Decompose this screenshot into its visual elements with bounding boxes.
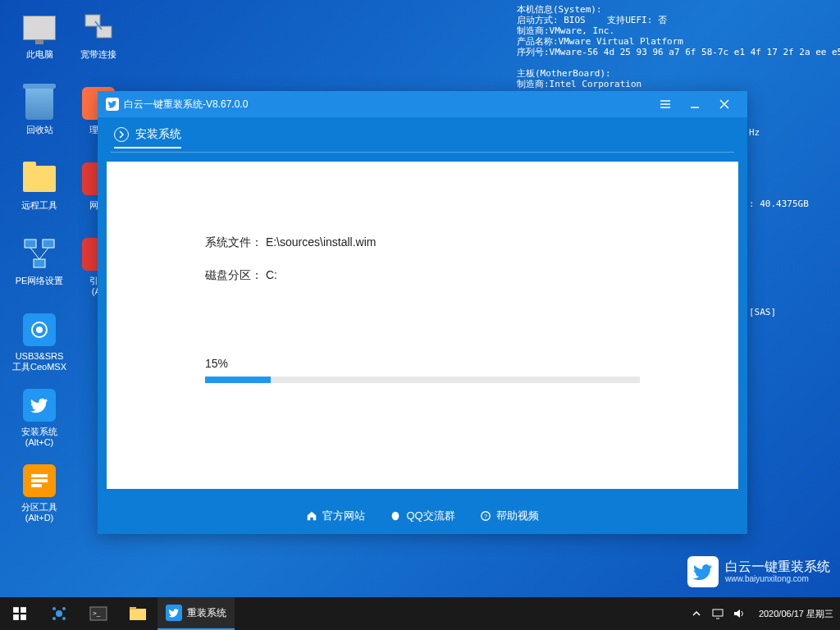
link-help-video[interactable]: ? 帮助视频 [480,509,539,523]
svg-point-26 [56,610,62,617]
partition-row: 磁盘分区： C: [205,268,640,283]
partition-label: 磁盘分区： [205,268,262,281]
taskbar-app-3[interactable] [118,597,158,630]
taskbar-clock[interactable]: 2020/06/17 星期三 [752,609,840,619]
link-label: 官方网站 [322,509,365,523]
installer-window: 白云一键重装系统-V8.67.0.0 安装系统 系统文件： E:\sources… [98,91,747,534]
svg-rect-0 [25,240,36,248]
svg-point-6 [36,326,43,333]
menu-button[interactable] [651,94,680,114]
svg-rect-8 [31,479,48,482]
usb-icon [23,313,56,346]
tray-chevron-icon[interactable] [690,607,703,620]
task-label: 重装系统 [187,606,226,620]
taskbar-task-installer[interactable]: 重装系统 [158,597,235,630]
svg-point-19 [392,512,399,521]
explorer-icon [129,606,147,621]
icon-label: USB3&SRS 工具CeoMSX [12,351,66,372]
svg-line-4 [39,248,48,259]
system-info-hz: Hz [749,127,760,138]
system-info-sas: [SAS] [749,307,776,317]
footer-links: 官方网站 QQ交流群 ? 帮助视频 [98,498,747,534]
minimize-button[interactable] [680,94,710,114]
installer-content: 系统文件： E:\sources\install.wim 磁盘分区： C: 15… [107,162,738,489]
progress-percent: 15% [205,357,640,370]
icon-label: 宽带连接 [80,49,116,60]
help-icon: ? [480,510,491,522]
subheader-title: 安装系统 [135,127,181,142]
watermark-text: 白云一键重装系统 www.baiyunxitong.com [725,559,830,584]
svg-text:?: ? [484,514,487,519]
desktop-icon-install-system[interactable]: 安装系统 (Alt+C) [10,387,69,453]
svg-point-30 [62,617,66,620]
svg-rect-22 [13,607,19,613]
desktop-icon-pe-network[interactable]: PE网络设置 [10,236,69,302]
svg-rect-24 [13,614,19,620]
home-icon [306,510,317,522]
folder-icon [23,166,56,192]
svg-rect-7 [31,474,48,477]
network-icon [21,236,57,272]
svg-rect-1 [43,240,54,248]
qq-icon [390,510,401,522]
taskbar-app-2[interactable]: >_ [79,597,118,630]
svg-rect-9 [31,484,42,487]
desktop-icon-this-pc[interactable]: 此电脑 [10,10,69,75]
start-button[interactable] [0,597,39,630]
partition-icon [23,464,56,497]
desktop-icon-recycle-bin[interactable]: 回收站 [10,85,69,151]
system-file-row: 系统文件： E:\sources\install.wim [205,235,640,250]
window-title: 白云一键重装系统-V8.67.0.0 [124,98,248,112]
watermark: 白云一键重装系统 www.baiyunxitong.com [687,556,830,587]
icon-label: 回收站 [26,125,53,135]
svg-point-27 [52,607,56,610]
icon-label: 远程工具 [21,200,57,211]
progress-bar [205,377,640,383]
tray-volume-icon[interactable] [733,607,746,620]
svg-text:>_: >_ [93,609,101,617]
svg-rect-33 [130,609,146,620]
file-value: E:\sources\install.wim [266,235,377,249]
desktop-icon-remote-tools[interactable]: 远程工具 [10,161,69,226]
icon-label: 分区工具 (Alt+D) [21,502,57,523]
desktop-icon-broadband[interactable]: 宽带连接 [69,10,128,75]
icon-label: 安装系统 (Alt+C) [21,427,57,448]
svg-rect-11 [97,26,112,38]
subheader: 安装系统 [98,117,747,152]
progress-area: 15% [205,357,640,383]
svg-marker-37 [734,609,740,618]
svg-point-29 [52,617,56,620]
app-icon [106,98,119,111]
svg-point-28 [62,607,66,610]
watermark-icon [687,556,719,587]
taskbar: >_ 重装系统 2020/06/17 星期三 [0,597,840,630]
partition-value: C: [266,268,277,281]
bin-icon [25,87,53,120]
svg-line-3 [30,248,39,259]
tray-pc-icon[interactable] [711,607,724,620]
taskbar-app-1[interactable] [39,597,79,630]
svg-rect-34 [130,607,136,609]
icon-label: PE网络设置 [16,276,64,286]
link-label: QQ交流群 [406,509,454,523]
titlebar[interactable]: 白云一键重装系统-V8.67.0.0 [98,91,747,117]
install-icon [23,389,56,422]
system-info-text: 本机信息(System): 启动方式: BIOS 支持UEFI: 否 制造商:V… [517,4,840,89]
svg-rect-35 [713,609,723,616]
terminal-icon: >_ [89,606,107,621]
link-official-site[interactable]: 官方网站 [306,509,365,523]
svg-rect-23 [21,607,26,613]
progress-fill [205,377,271,383]
settings-icon [50,605,68,623]
link-qq-group[interactable]: QQ交流群 [390,509,454,523]
system-info-size: : 40.4375GB [749,199,809,209]
icon-label: 此电脑 [26,49,53,60]
close-button[interactable] [710,94,739,114]
broadband-icon [80,10,116,46]
desktop-icon-partition-tool[interactable]: 分区工具 (Alt+D) [10,463,69,528]
task-icon [166,605,182,621]
file-label: 系统文件： [205,235,262,249]
link-label: 帮助视频 [496,509,539,523]
desktop-icon-usb3-srs[interactable]: USB3&SRS 工具CeoMSX [10,312,69,377]
system-tray [683,607,752,620]
